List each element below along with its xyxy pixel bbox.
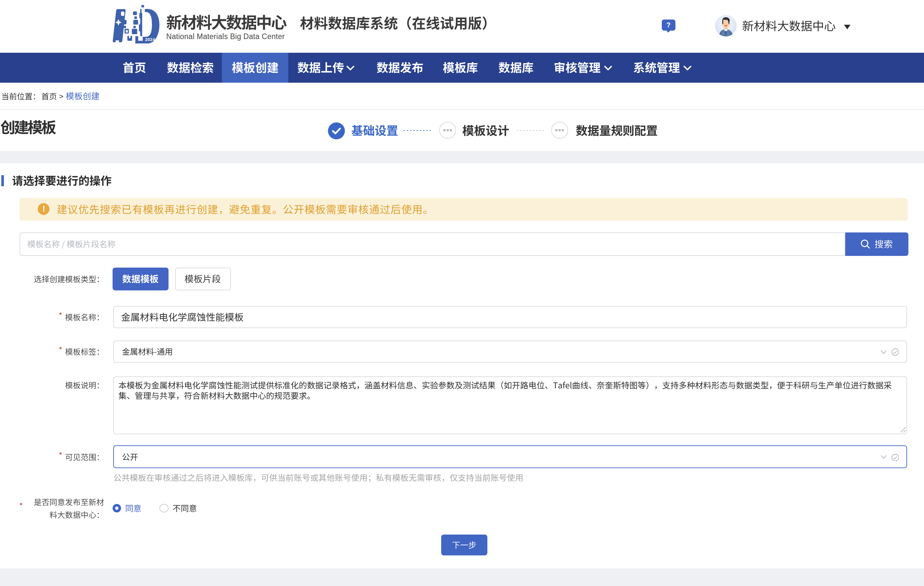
- svg-text:2024: 2024: [145, 37, 155, 42]
